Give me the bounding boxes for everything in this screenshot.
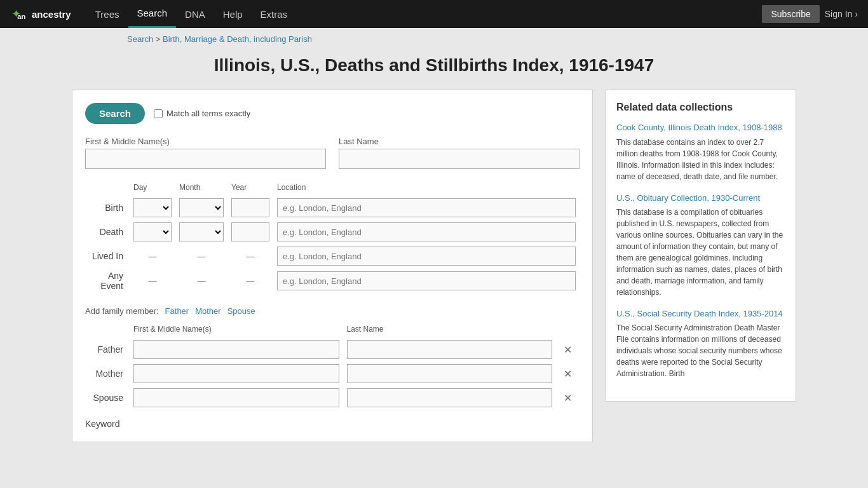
birth-month-select[interactable] <box>179 198 224 217</box>
death-day-select[interactable] <box>133 222 172 241</box>
nav-search[interactable]: Search <box>128 0 177 28</box>
mother-label: Mother <box>85 362 130 386</box>
sidebar-card: Related data collections Cook County, Il… <box>606 90 796 402</box>
spouse-row: Spouse ✕ <box>85 386 580 410</box>
add-father-link[interactable]: Father <box>165 306 189 316</box>
breadcrumb: Search > Birth, Marriage & Death, includ… <box>0 28 868 48</box>
add-spouse-link[interactable]: Spouse <box>227 306 255 316</box>
name-row: First & Middle Name(s) Last Name <box>85 137 580 169</box>
mother-last-input[interactable] <box>347 364 553 383</box>
search-button[interactable]: Search <box>85 103 145 124</box>
last-name-label: Last Name <box>339 137 580 146</box>
birth-row: Birth <box>85 196 580 220</box>
related-link-2[interactable]: U.S., Social Security Death Index, 1935-… <box>616 308 785 320</box>
livedin-location-input[interactable] <box>277 247 576 266</box>
death-year-input[interactable] <box>231 222 269 241</box>
last-name-input[interactable] <box>339 149 580 169</box>
death-month-select[interactable] <box>179 222 224 241</box>
livedin-day-dash: — <box>130 244 175 268</box>
breadcrumb-separator: > <box>156 34 163 44</box>
death-location-input[interactable] <box>277 222 576 241</box>
nav-help[interactable]: Help <box>214 0 252 28</box>
related-desc-0: This database contains an index to over … <box>616 137 785 182</box>
sidebar-title: Related data collections <box>616 102 785 113</box>
first-middle-input[interactable] <box>85 149 326 169</box>
mother-first-input[interactable] <box>133 364 339 383</box>
nav-dna[interactable]: DNA <box>176 0 214 28</box>
family-col-first: First & Middle Name(s) <box>130 323 343 337</box>
add-mother-link[interactable]: Mother <box>195 306 220 316</box>
spouse-label: Spouse <box>85 386 130 410</box>
col-header-month: Month <box>175 182 227 196</box>
search-top-bar: Search Match all terms exactly <box>85 103 580 124</box>
mother-remove-button[interactable]: ✕ <box>560 367 576 381</box>
livedin-month-dash: — <box>175 244 227 268</box>
family-col-last: Last Name <box>343 323 557 337</box>
related-desc-1: This database is a compilation of obitua… <box>616 207 785 298</box>
father-last-input[interactable] <box>347 340 553 359</box>
livedin-row: Lived In — — — <box>85 244 580 268</box>
match-exact-checkbox[interactable] <box>154 109 163 118</box>
nav-right: Subscribe Sign In › <box>762 5 858 23</box>
mother-row: Mother ✕ <box>85 362 580 386</box>
search-form: Search Match all terms exactly First & M… <box>72 90 593 442</box>
first-middle-label: First & Middle Name(s) <box>85 137 326 146</box>
match-exact-label[interactable]: Match all terms exactly <box>154 109 250 118</box>
signin-button[interactable]: Sign In › <box>825 9 858 19</box>
breadcrumb-category-link[interactable]: Birth, Marriage & Death, including Paris… <box>163 34 312 44</box>
related-link-0[interactable]: Cook County, Illinois Death Index, 1908-… <box>616 122 785 133</box>
anyevent-row: Any Event — — — <box>85 268 580 294</box>
death-row: Death <box>85 220 580 244</box>
father-label: Father <box>85 337 130 362</box>
father-row: Father ✕ <box>85 337 580 362</box>
match-exact-text: Match all terms exactly <box>166 109 250 118</box>
anyevent-year-dash: — <box>227 268 273 294</box>
birth-year-input[interactable] <box>231 198 269 217</box>
nav-links: Trees Search DNA Help Extras <box>86 0 763 28</box>
col-header-location: Location <box>273 182 580 196</box>
add-family-bar: Add family member: Father Mother Spouse <box>85 306 580 316</box>
related-desc-2: The Social Security Administration Death… <box>616 322 785 379</box>
family-section: Add family member: Father Mother Spouse … <box>85 306 580 410</box>
anyevent-location-input[interactable] <box>277 271 576 290</box>
spouse-last-input[interactable] <box>347 388 553 407</box>
first-middle-field: First & Middle Name(s) <box>85 137 326 169</box>
col-header-year: Year <box>227 182 273 196</box>
livedin-year-dash: — <box>227 244 273 268</box>
anyevent-label: Any Event <box>85 268 130 294</box>
nav-trees[interactable]: Trees <box>86 0 128 28</box>
main-layout: Search Match all terms exactly First & M… <box>59 90 809 468</box>
page-title: Illinois, U.S., Deaths and Stillbirths I… <box>180 54 688 77</box>
sidebar: Related data collections Cook County, Il… <box>606 90 796 402</box>
col-header-day: Day <box>130 182 175 196</box>
anyevent-day-dash: — <box>130 268 175 294</box>
svg-text:an: an <box>17 13 25 20</box>
birth-location-input[interactable] <box>277 198 576 217</box>
breadcrumb-search-link[interactable]: Search <box>127 34 153 44</box>
logo[interactable]: ✦ an ancestry <box>10 4 71 24</box>
anyevent-month-dash: — <box>175 268 227 294</box>
birth-day-select[interactable] <box>133 198 172 217</box>
family-table: First & Middle Name(s) Last Name Father … <box>85 323 580 410</box>
subscribe-button[interactable]: Subscribe <box>762 5 819 23</box>
spouse-remove-button[interactable]: ✕ <box>560 391 576 405</box>
add-family-text: Add family member: <box>85 306 159 316</box>
keyword-label: Keyword <box>85 419 580 429</box>
events-table: Day Month Year Location Birth Death <box>85 182 580 294</box>
last-name-field: Last Name <box>339 137 580 169</box>
livedin-label: Lived In <box>85 244 130 268</box>
father-first-input[interactable] <box>133 340 339 359</box>
navigation: ✦ an ancestry Trees Search DNA Help Extr… <box>0 0 868 28</box>
nav-extras[interactable]: Extras <box>252 0 297 28</box>
death-label: Death <box>85 220 130 244</box>
related-link-1[interactable]: U.S., Obituary Collection, 1930-Current <box>616 193 785 204</box>
birth-label: Birth <box>85 196 130 220</box>
father-remove-button[interactable]: ✕ <box>560 342 576 357</box>
logo-text: ancestry <box>32 9 71 20</box>
spouse-first-input[interactable] <box>133 388 339 407</box>
chevron-right-icon: › <box>855 9 858 19</box>
